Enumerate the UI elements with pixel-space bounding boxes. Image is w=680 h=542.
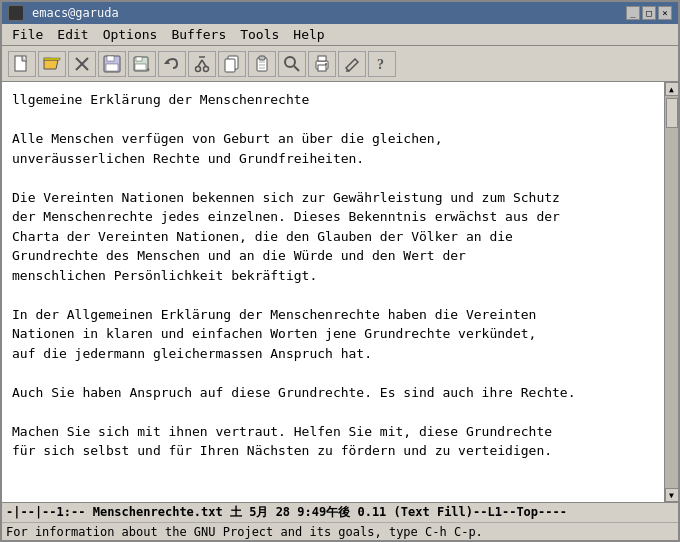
help-icon: ? [373, 55, 391, 73]
svg-point-30 [325, 63, 327, 65]
scrollbar: ▲ ▼ [664, 82, 678, 502]
search-icon [283, 55, 301, 73]
copy-button[interactable] [218, 51, 246, 77]
scroll-up-button[interactable]: ▲ [665, 82, 679, 96]
minimize-button[interactable]: _ [626, 6, 640, 20]
maximize-button[interactable]: □ [642, 6, 656, 20]
cut-button[interactable] [188, 51, 216, 77]
menu-bar: File Edit Options Buffers Tools Help [2, 24, 678, 46]
status-bar: -|--|--1:-- Menschenrechte.txt 土 5月 28 9… [2, 502, 678, 522]
save-icon [103, 55, 121, 73]
svg-rect-10 [135, 64, 146, 70]
help-button[interactable]: ? [368, 51, 396, 77]
paste-icon [253, 55, 271, 73]
svg-text:+: + [146, 66, 150, 73]
title-bar: emacs@garuda _ □ × [2, 2, 678, 24]
menu-edit[interactable]: Edit [51, 26, 94, 43]
undo-button[interactable] [158, 51, 186, 77]
status-text: -|--|--1:-- Menschenrechte.txt 土 5月 28 9… [6, 504, 567, 521]
svg-line-16 [202, 60, 206, 67]
close-button[interactable]: × [658, 6, 672, 20]
title-bar-left: emacs@garuda [8, 5, 119, 21]
menu-buffers[interactable]: Buffers [165, 26, 232, 43]
close-file-button[interactable] [68, 51, 96, 77]
open-file-button[interactable] [38, 51, 66, 77]
new-file-button[interactable] [8, 51, 36, 77]
svg-line-15 [198, 60, 202, 67]
editor-content[interactable]: llgemeine Erklärung der Menschenrechte A… [2, 82, 664, 502]
title-controls: _ □ × [626, 6, 672, 20]
echo-bar: For information about the GNU Project an… [2, 522, 678, 540]
print-button[interactable] [308, 51, 336, 77]
new-file-icon [13, 55, 31, 73]
menu-help[interactable]: Help [287, 26, 330, 43]
close-icon [73, 55, 91, 73]
print-icon [313, 55, 331, 73]
menu-tools[interactable]: Tools [234, 26, 285, 43]
app-window: emacs@garuda _ □ × File Edit Options Buf… [0, 0, 680, 542]
copy-icon [223, 55, 241, 73]
echo-text: For information about the GNU Project an… [6, 525, 483, 539]
save-as-icon: + [133, 55, 151, 73]
app-icon [8, 5, 24, 21]
toolbar: + [2, 46, 678, 82]
svg-point-14 [204, 66, 209, 71]
edit-icon [343, 55, 361, 73]
svg-point-25 [285, 57, 295, 67]
scroll-down-button[interactable]: ▼ [665, 488, 679, 502]
menu-options[interactable]: Options [97, 26, 164, 43]
svg-rect-7 [106, 64, 118, 71]
svg-rect-21 [259, 56, 265, 60]
svg-rect-0 [15, 56, 26, 71]
save-as-button[interactable]: + [128, 51, 156, 77]
paste-button[interactable] [248, 51, 276, 77]
svg-point-13 [196, 66, 201, 71]
scroll-track[interactable] [665, 96, 678, 488]
window-title: emacs@garuda [32, 6, 119, 20]
svg-rect-19 [225, 59, 235, 72]
scroll-thumb[interactable] [666, 98, 678, 128]
cut-icon [193, 55, 211, 73]
svg-rect-9 [136, 57, 142, 61]
menu-file[interactable]: File [6, 26, 49, 43]
svg-text:?: ? [377, 57, 384, 72]
svg-rect-29 [318, 65, 326, 71]
svg-line-26 [294, 66, 299, 71]
svg-rect-28 [318, 56, 326, 61]
svg-rect-2 [44, 58, 60, 60]
undo-icon [163, 55, 181, 73]
search-button[interactable] [278, 51, 306, 77]
edit-button[interactable] [338, 51, 366, 77]
save-button[interactable] [98, 51, 126, 77]
open-file-icon [43, 55, 61, 73]
svg-rect-6 [107, 56, 114, 61]
main-area: llgemeine Erklärung der Menschenrechte A… [2, 82, 678, 502]
